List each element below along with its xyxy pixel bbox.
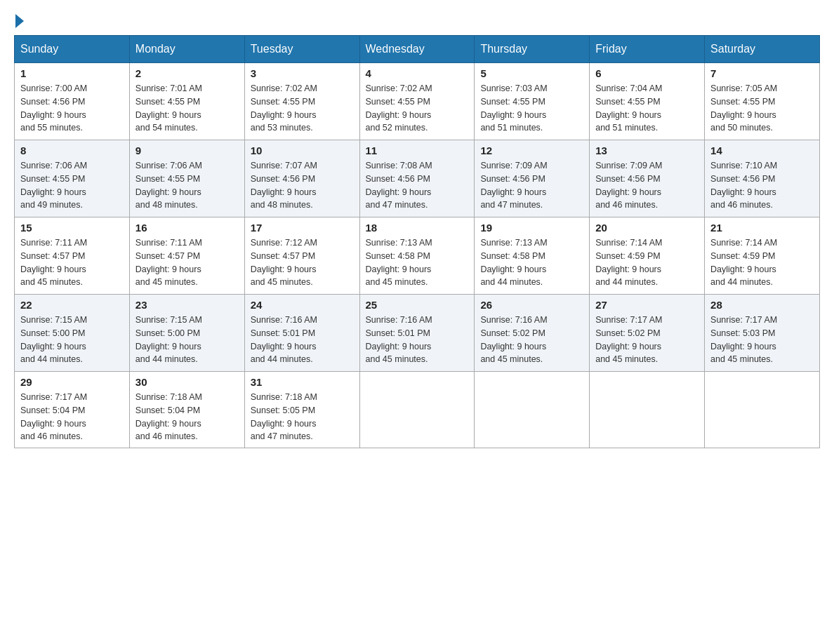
day-info: Sunrise: 7:17 AMSunset: 5:03 PMDaylight:… xyxy=(710,314,814,366)
day-info: Sunrise: 7:02 AMSunset: 4:55 PMDaylight:… xyxy=(251,82,354,135)
day-number: 16 xyxy=(135,222,239,234)
calendar-week-row: 8Sunrise: 7:06 AMSunset: 4:55 PMDaylight… xyxy=(15,140,820,217)
weekday-header-friday: Friday xyxy=(590,36,705,63)
calendar-day-cell: 20Sunrise: 7:14 AMSunset: 4:59 PMDayligh… xyxy=(590,217,705,295)
day-number: 26 xyxy=(480,299,583,311)
day-number: 7 xyxy=(710,67,814,79)
day-info: Sunrise: 7:13 AMSunset: 4:58 PMDaylight:… xyxy=(480,236,583,289)
calendar-day-cell: 25Sunrise: 7:16 AMSunset: 5:01 PMDayligh… xyxy=(359,295,475,372)
calendar-day-cell: 10Sunrise: 7:07 AMSunset: 4:56 PMDayligh… xyxy=(244,140,359,217)
calendar-day-cell: 13Sunrise: 7:09 AMSunset: 4:56 PMDayligh… xyxy=(590,140,705,217)
calendar-day-cell: 31Sunrise: 7:18 AMSunset: 5:05 PMDayligh… xyxy=(244,372,359,448)
day-info: Sunrise: 7:14 AMSunset: 4:59 PMDaylight:… xyxy=(710,236,814,289)
day-info: Sunrise: 7:16 AMSunset: 5:01 PMDaylight:… xyxy=(366,314,469,366)
calendar-day-cell: 6Sunrise: 7:04 AMSunset: 4:55 PMDaylight… xyxy=(590,63,705,140)
weekday-header-tuesday: Tuesday xyxy=(244,36,359,63)
calendar-day-cell: 7Sunrise: 7:05 AMSunset: 4:55 PMDaylight… xyxy=(705,63,820,140)
day-info: Sunrise: 7:17 AMSunset: 5:02 PMDaylight:… xyxy=(595,314,699,366)
calendar-day-cell: 27Sunrise: 7:17 AMSunset: 5:02 PMDayligh… xyxy=(590,295,705,372)
day-info: Sunrise: 7:04 AMSunset: 4:55 PMDaylight:… xyxy=(595,82,699,135)
calendar-day-cell: 5Sunrise: 7:03 AMSunset: 4:55 PMDaylight… xyxy=(475,63,590,140)
calendar-week-row: 29Sunrise: 7:17 AMSunset: 5:04 PMDayligh… xyxy=(15,372,820,448)
day-number: 10 xyxy=(251,145,354,156)
day-info: Sunrise: 7:07 AMSunset: 4:56 PMDaylight:… xyxy=(251,159,354,212)
calendar-day-cell: 28Sunrise: 7:17 AMSunset: 5:03 PMDayligh… xyxy=(705,295,820,372)
day-number: 27 xyxy=(595,299,699,311)
calendar-day-cell xyxy=(590,372,705,448)
day-number: 1 xyxy=(20,67,124,79)
calendar-day-cell xyxy=(705,372,820,448)
calendar-day-cell: 17Sunrise: 7:12 AMSunset: 4:57 PMDayligh… xyxy=(244,217,359,295)
day-number: 4 xyxy=(366,67,469,79)
day-number: 14 xyxy=(710,145,814,156)
day-info: Sunrise: 7:16 AMSunset: 5:01 PMDaylight:… xyxy=(251,314,354,366)
weekday-header-wednesday: Wednesday xyxy=(359,36,475,63)
calendar-day-cell: 22Sunrise: 7:15 AMSunset: 5:00 PMDayligh… xyxy=(15,295,130,372)
weekday-header-row: SundayMondayTuesdayWednesdayThursdayFrid… xyxy=(15,36,820,63)
calendar-day-cell: 26Sunrise: 7:16 AMSunset: 5:02 PMDayligh… xyxy=(475,295,590,372)
day-info: Sunrise: 7:05 AMSunset: 4:55 PMDaylight:… xyxy=(710,82,814,135)
calendar-body: 1Sunrise: 7:00 AMSunset: 4:56 PMDaylight… xyxy=(15,63,820,448)
calendar-day-cell: 29Sunrise: 7:17 AMSunset: 5:04 PMDayligh… xyxy=(15,372,130,448)
calendar-day-cell: 21Sunrise: 7:14 AMSunset: 4:59 PMDayligh… xyxy=(705,217,820,295)
logo-arrow-icon xyxy=(15,14,24,28)
day-number: 6 xyxy=(595,67,699,79)
calendar-day-cell: 14Sunrise: 7:10 AMSunset: 4:56 PMDayligh… xyxy=(705,140,820,217)
page-header xyxy=(14,14,820,28)
calendar-week-row: 1Sunrise: 7:00 AMSunset: 4:56 PMDaylight… xyxy=(15,63,820,140)
day-number: 2 xyxy=(135,67,239,79)
day-number: 12 xyxy=(480,145,583,156)
calendar-day-cell: 2Sunrise: 7:01 AMSunset: 4:55 PMDaylight… xyxy=(129,63,244,140)
calendar-day-cell xyxy=(359,372,475,448)
day-number: 15 xyxy=(20,222,124,234)
day-number: 21 xyxy=(710,222,814,234)
calendar-day-cell: 23Sunrise: 7:15 AMSunset: 5:00 PMDayligh… xyxy=(129,295,244,372)
calendar-day-cell: 15Sunrise: 7:11 AMSunset: 4:57 PMDayligh… xyxy=(15,217,130,295)
day-info: Sunrise: 7:09 AMSunset: 4:56 PMDaylight:… xyxy=(595,159,699,212)
day-info: Sunrise: 7:09 AMSunset: 4:56 PMDaylight:… xyxy=(480,159,583,212)
day-info: Sunrise: 7:14 AMSunset: 4:59 PMDaylight:… xyxy=(595,236,699,289)
day-number: 22 xyxy=(20,299,124,311)
calendar-day-cell: 3Sunrise: 7:02 AMSunset: 4:55 PMDaylight… xyxy=(244,63,359,140)
calendar-day-cell: 16Sunrise: 7:11 AMSunset: 4:57 PMDayligh… xyxy=(129,217,244,295)
logo xyxy=(14,14,25,28)
day-info: Sunrise: 7:01 AMSunset: 4:55 PMDaylight:… xyxy=(135,82,239,135)
calendar-day-cell: 9Sunrise: 7:06 AMSunset: 4:55 PMDaylight… xyxy=(129,140,244,217)
calendar-day-cell: 30Sunrise: 7:18 AMSunset: 5:04 PMDayligh… xyxy=(129,372,244,448)
day-number: 11 xyxy=(366,145,469,156)
day-number: 25 xyxy=(366,299,469,311)
weekday-header-sunday: Sunday xyxy=(15,36,130,63)
day-info: Sunrise: 7:18 AMSunset: 5:04 PMDaylight:… xyxy=(135,391,239,443)
weekday-header-thursday: Thursday xyxy=(475,36,590,63)
day-number: 24 xyxy=(251,299,354,311)
calendar-day-cell: 8Sunrise: 7:06 AMSunset: 4:55 PMDaylight… xyxy=(15,140,130,217)
day-info: Sunrise: 7:08 AMSunset: 4:56 PMDaylight:… xyxy=(366,159,469,212)
calendar-day-cell: 24Sunrise: 7:16 AMSunset: 5:01 PMDayligh… xyxy=(244,295,359,372)
calendar-day-cell: 12Sunrise: 7:09 AMSunset: 4:56 PMDayligh… xyxy=(475,140,590,217)
day-info: Sunrise: 7:12 AMSunset: 4:57 PMDaylight:… xyxy=(251,236,354,289)
calendar-day-cell: 18Sunrise: 7:13 AMSunset: 4:58 PMDayligh… xyxy=(359,217,475,295)
day-info: Sunrise: 7:18 AMSunset: 5:05 PMDaylight:… xyxy=(251,391,354,443)
calendar-day-cell: 11Sunrise: 7:08 AMSunset: 4:56 PMDayligh… xyxy=(359,140,475,217)
calendar-day-cell xyxy=(475,372,590,448)
weekday-header-monday: Monday xyxy=(129,36,244,63)
day-number: 8 xyxy=(20,145,124,156)
calendar-day-cell: 1Sunrise: 7:00 AMSunset: 4:56 PMDaylight… xyxy=(15,63,130,140)
day-number: 3 xyxy=(251,67,354,79)
day-info: Sunrise: 7:00 AMSunset: 4:56 PMDaylight:… xyxy=(20,82,124,135)
day-number: 13 xyxy=(595,145,699,156)
day-info: Sunrise: 7:17 AMSunset: 5:04 PMDaylight:… xyxy=(20,391,124,443)
day-number: 5 xyxy=(480,67,583,79)
day-number: 28 xyxy=(710,299,814,311)
day-number: 17 xyxy=(251,222,354,234)
calendar-day-cell: 19Sunrise: 7:13 AMSunset: 4:58 PMDayligh… xyxy=(475,217,590,295)
day-info: Sunrise: 7:06 AMSunset: 4:55 PMDaylight:… xyxy=(135,159,239,212)
calendar-week-row: 22Sunrise: 7:15 AMSunset: 5:00 PMDayligh… xyxy=(15,295,820,372)
day-number: 19 xyxy=(480,222,583,234)
day-info: Sunrise: 7:06 AMSunset: 4:55 PMDaylight:… xyxy=(20,159,124,212)
day-info: Sunrise: 7:10 AMSunset: 4:56 PMDaylight:… xyxy=(710,159,814,212)
weekday-header-saturday: Saturday xyxy=(705,36,820,63)
calendar-day-cell: 4Sunrise: 7:02 AMSunset: 4:55 PMDaylight… xyxy=(359,63,475,140)
day-info: Sunrise: 7:02 AMSunset: 4:55 PMDaylight:… xyxy=(366,82,469,135)
day-number: 20 xyxy=(595,222,699,234)
